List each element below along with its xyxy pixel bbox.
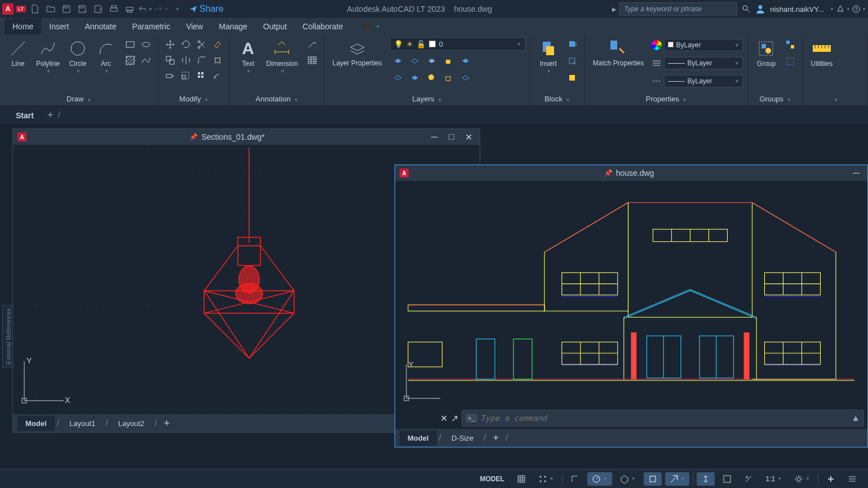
text-tool[interactable]: AText▼ xyxy=(234,37,262,75)
layer-unlock-icon[interactable] xyxy=(441,70,455,85)
canvas-right[interactable]: Y ✕ ↗ >_ ▲ xyxy=(395,181,867,429)
title-nav-arrow[interactable]: ▶ xyxy=(612,6,617,12)
customize-icon[interactable] xyxy=(843,472,861,486)
explode-icon[interactable] xyxy=(210,53,225,68)
new-tab-button[interactable]: + xyxy=(47,109,54,121)
polar-icon[interactable]: ▼ xyxy=(587,472,612,486)
add-layout-button[interactable]: + xyxy=(159,418,174,429)
draw-panel-label[interactable]: Draw ▼ xyxy=(5,94,153,104)
table-icon[interactable] xyxy=(305,53,320,68)
modify-panel-label[interactable]: Modify ▼ xyxy=(163,94,225,104)
pin-icon[interactable]: 📌 xyxy=(189,133,198,141)
insert-block-tool[interactable]: Insert▼ xyxy=(535,37,562,75)
groups-panel-label[interactable]: Groups ▼ xyxy=(752,94,798,104)
undo-icon[interactable]: ▼ xyxy=(139,2,152,16)
redo-icon[interactable]: ▼ xyxy=(154,2,168,16)
search-icon[interactable] xyxy=(739,2,753,16)
tab-parametric[interactable]: Parametric xyxy=(124,19,178,34)
arc-tool[interactable]: Arc▼ xyxy=(92,37,119,75)
close-button[interactable]: ✕ xyxy=(462,131,475,143)
line-tool[interactable]: Line xyxy=(5,37,32,69)
lineweight-dropdown[interactable]: ByLayer▼ xyxy=(664,57,743,69)
move-icon[interactable] xyxy=(163,37,178,52)
layer-change-icon[interactable] xyxy=(458,70,472,85)
tab-output[interactable]: Output xyxy=(255,19,295,34)
grid-icon[interactable] xyxy=(512,472,530,486)
layer-freeze-icon[interactable] xyxy=(424,53,439,68)
scale-button[interactable]: 1:1▼ xyxy=(761,473,786,485)
save-icon[interactable] xyxy=(60,2,73,16)
maximize-button[interactable]: □ xyxy=(445,131,458,143)
match-properties-tool[interactable]: Match Properties xyxy=(590,37,648,68)
layer-iso-icon[interactable] xyxy=(407,53,422,68)
lwt-icon[interactable] xyxy=(697,472,715,486)
layer-off-icon[interactable] xyxy=(390,53,405,68)
pin-icon[interactable]: 📌 xyxy=(604,169,613,177)
search-input[interactable]: Type a keyword or phrase xyxy=(619,2,737,16)
linetype-dropdown[interactable]: ByLayer▼ xyxy=(664,75,743,87)
copy-icon[interactable] xyxy=(163,53,178,68)
rectangle-icon[interactable] xyxy=(123,37,138,52)
settings-gear-icon[interactable]: ▼ xyxy=(790,472,814,486)
layer-properties-tool[interactable]: Layer Properties xyxy=(329,37,386,68)
polyline-tool[interactable]: Polyline▼ xyxy=(33,37,63,75)
tab-collaborate[interactable]: Collaborate xyxy=(295,19,351,34)
group-edit-icon[interactable] xyxy=(783,54,798,69)
layout-tab-layout2[interactable]: Layout2 xyxy=(110,416,152,431)
properties-panel-label[interactable]: Properties ▼ xyxy=(590,94,743,104)
layout-tab-layout1[interactable]: Layout1 xyxy=(61,416,103,431)
group-tool[interactable]: Group xyxy=(752,37,780,69)
ortho-icon[interactable] xyxy=(566,472,584,486)
layer-make-current-icon[interactable] xyxy=(458,53,472,68)
minimize-button[interactable]: ─ xyxy=(428,131,441,143)
rotate-icon[interactable] xyxy=(179,37,193,52)
otrack-icon[interactable]: ▼ xyxy=(665,472,690,486)
array-icon[interactable] xyxy=(194,69,209,83)
zoom-icon[interactable] xyxy=(822,472,840,486)
start-tab[interactable]: Start xyxy=(7,107,43,125)
layer-thaw-icon[interactable] xyxy=(424,70,439,85)
fillet-icon[interactable] xyxy=(194,53,209,68)
ungroup-icon[interactable] xyxy=(783,37,798,52)
offset-icon[interactable] xyxy=(210,69,225,83)
tab-annotate[interactable]: Annotate xyxy=(77,19,124,34)
osnap-icon[interactable] xyxy=(644,472,662,486)
utilities-panel-label[interactable]: ▼ xyxy=(807,94,863,104)
minimize-button[interactable]: ─ xyxy=(849,167,863,179)
hatch-icon[interactable] xyxy=(123,53,138,68)
erase-icon[interactable] xyxy=(210,37,225,52)
block-panel-label[interactable]: Block ▼ xyxy=(535,94,580,104)
cmd-history-icon[interactable]: ▲ xyxy=(851,413,860,423)
layout-tab-model-r[interactable]: Model xyxy=(400,431,437,446)
circle-tool[interactable]: Circle▼ xyxy=(64,37,91,75)
snap-icon[interactable]: ▼ xyxy=(534,472,559,486)
stretch-icon[interactable] xyxy=(163,69,178,83)
open-file-icon[interactable] xyxy=(44,2,57,16)
featured-apps-icon[interactable]: ▼ xyxy=(362,23,380,30)
plot-icon[interactable] xyxy=(107,2,121,16)
layer-prev-icon[interactable] xyxy=(407,70,422,85)
transparency-icon[interactable] xyxy=(718,472,736,486)
qat-customize-icon[interactable]: ▼ xyxy=(170,2,184,16)
create-block-icon[interactable] xyxy=(565,37,580,52)
layer-dropdown[interactable]: 💡 ☀ 🔓 0 ▼ xyxy=(390,37,525,51)
command-input[interactable] xyxy=(481,414,848,423)
dimension-tool[interactable]: Dimension▼ xyxy=(263,37,302,75)
measure-tool[interactable]: Utilities xyxy=(807,37,836,69)
layer-lock-icon[interactable] xyxy=(441,53,455,68)
trim-icon[interactable] xyxy=(194,37,209,52)
print-icon[interactable] xyxy=(123,2,136,16)
tab-home[interactable]: Home xyxy=(5,19,41,34)
cmd-customize-icon[interactable]: ↗ xyxy=(451,413,458,424)
layout-tab-dsize[interactable]: D-Size xyxy=(444,431,481,446)
save-web-icon[interactable] xyxy=(91,2,105,16)
add-layout-button-r[interactable]: + xyxy=(488,432,503,444)
color-dropdown[interactable]: ByLayer▼ xyxy=(664,39,743,51)
isodraft-icon[interactable]: ▼ xyxy=(615,472,640,486)
annoscale-icon[interactable]: A xyxy=(739,472,758,486)
model-space-button[interactable]: MODEL xyxy=(475,473,508,485)
scale-icon[interactable] xyxy=(179,69,193,83)
user-menu[interactable]: nishant.naikVY... ▼ xyxy=(755,4,834,14)
help-icon[interactable]: ?▼ xyxy=(852,2,866,16)
new-file-icon[interactable] xyxy=(28,2,42,16)
